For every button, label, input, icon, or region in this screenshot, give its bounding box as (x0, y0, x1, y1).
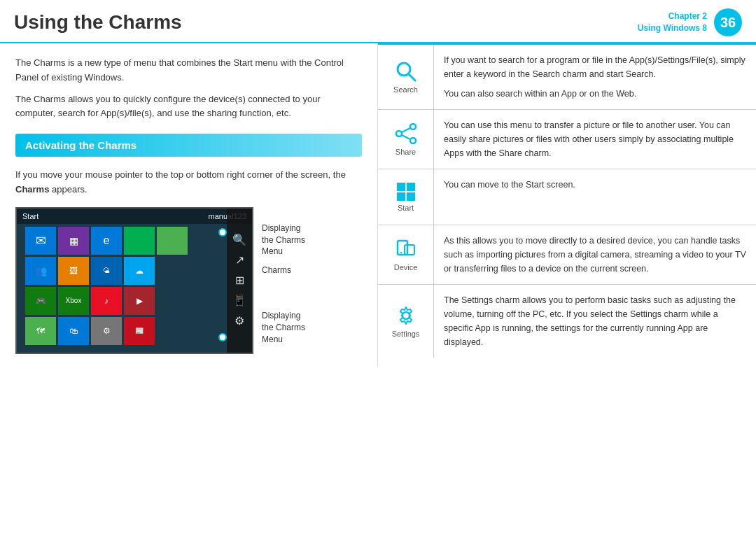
charm-settings-overlay: ⚙ (234, 314, 244, 327)
chapter-sublabel: Using Windows 8 (638, 22, 707, 34)
win8-mockup: Start manual123 ✉ ▦ e 👥 🖼 🌤 (15, 207, 362, 354)
svg-point-4 (410, 138, 416, 143)
chapter-label: Chapter 2 (638, 10, 707, 22)
tile-video: ▶ (124, 287, 155, 315)
activating-paragraph: If you move your mouse pointer to the to… (15, 168, 362, 197)
charm-start-label: Start (398, 204, 414, 212)
charm-device-label: Device (394, 263, 418, 271)
svg-line-6 (402, 135, 410, 139)
share-icon (395, 122, 417, 145)
left-column: The Charms is a new type of menu that co… (0, 43, 378, 367)
charm-search-desc2: You can also search within an App or on … (444, 87, 746, 101)
tiles-row-1: ✉ ▦ e (21, 227, 248, 255)
tile-green (124, 227, 155, 255)
search-icon (395, 60, 417, 83)
settings-icon (395, 304, 417, 327)
tile-map: 🗺 (25, 317, 56, 345)
callout-label-charms: Charms (262, 265, 305, 276)
main-content: The Charms is a new type of menu that co… (0, 43, 756, 367)
charm-settings-label: Settings (392, 330, 420, 338)
charms-sidebar-overlay: 🔍 ↗ ⊞ 📱 ⚙ (227, 209, 252, 353)
callout-labels: Displaying the Charms Menu Charms Displa… (262, 207, 305, 354)
charm-start-desc1: You can move to the Start screen. (444, 178, 746, 192)
svg-rect-8 (405, 245, 414, 255)
tile-ie: e (91, 227, 122, 255)
charm-row-share: Share You can use this menu to transfer … (378, 110, 756, 169)
charm-row-search: Search If you want to search for a progr… (378, 45, 756, 110)
page-header: Using the Charms Chapter 2 Using Windows… (0, 0, 756, 43)
page-number: 36 (714, 8, 742, 36)
right-column: Search If you want to search for a progr… (378, 43, 756, 367)
charm-share-overlay: ↗ (235, 253, 244, 267)
tile-calendar: ▦ (58, 227, 89, 255)
charm-search-overlay: 🔍 (232, 233, 246, 246)
charm-share-desc: You can use this menu to transfer a pict… (434, 110, 756, 169)
tiles-row-4: 🗺 🛍 ⚙ 📰 (21, 317, 248, 345)
activating-text-before: If you move your mouse pointer to the to… (15, 169, 346, 180)
charm-settings-desc: The Settings charm allows you to perform… (434, 285, 756, 358)
charm-row-start: Start You can move to the Start screen. (378, 169, 756, 225)
callout-label-bottom: Displaying the Charms Menu (262, 310, 305, 345)
chapter-badge: Chapter 2 Using Windows 8 36 (638, 8, 742, 36)
win8-tiles-area: ✉ ▦ e 👥 🖼 🌤 ☁ 🎮 Xbox (17, 224, 252, 350)
tile-sky: 🌤 (91, 257, 122, 285)
tile-mail: ✉ (25, 227, 56, 255)
svg-line-1 (409, 74, 415, 80)
svg-point-2 (410, 124, 416, 129)
charm-row-device: Device As this allows you to move direct… (378, 225, 756, 285)
charm-icon-cell-settings: Settings (378, 285, 434, 358)
charm-icon-cell-start: Start (378, 169, 434, 225)
tile-people: 👥 (25, 257, 56, 285)
intro-paragraph-1: The Charms is a new type of menu that co… (15, 56, 362, 85)
charm-icon-cell-search: Search (378, 45, 434, 109)
charm-share-label: Share (396, 148, 416, 156)
charm-device-desc: As this allows you to move directly to a… (434, 225, 756, 284)
callout-label-top: Displaying the Charms Menu (262, 223, 305, 258)
activating-text-after: appears. (49, 184, 87, 195)
section-header-activating: Activating the Charms (15, 134, 362, 157)
tiles-row-2: 👥 🖼 🌤 ☁ (21, 257, 248, 285)
tile-news: 📰 (124, 317, 155, 345)
activating-bold: Charms (15, 184, 49, 195)
tiles-row-3: 🎮 Xbox ♪ ▶ (21, 287, 248, 315)
charm-search-label: Search (393, 85, 418, 94)
win8-taskbar: Start manual123 (17, 209, 252, 224)
charm-row-settings: Settings The Settings charm allows you t… (378, 285, 756, 358)
charm-share-desc1: You can use this menu to transfer a pict… (444, 118, 746, 160)
tile-cloud: ☁ (124, 257, 155, 285)
charm-start-overlay: ⊞ (235, 274, 244, 287)
tile-game: 🎮 (25, 287, 56, 315)
charm-device-overlay: 📱 (232, 294, 246, 307)
tile-photos: 🖼 (58, 257, 89, 285)
callout-dot-bottom (218, 333, 227, 341)
win8-start-label: Start (22, 212, 38, 220)
device-icon (395, 238, 417, 260)
charm-search-desc1: If you want to search for a program or f… (444, 53, 746, 81)
charm-settings-desc1: The Settings charm allows you to perform… (444, 293, 746, 349)
tile-green2 (157, 227, 188, 255)
svg-line-5 (402, 128, 410, 132)
tile-music: ♪ (91, 287, 122, 315)
charm-device-desc1: As this allows you to move directly to a… (444, 234, 746, 276)
callout-dot-top (218, 228, 227, 237)
svg-point-3 (396, 131, 402, 136)
page-title: Using the Charms (14, 11, 182, 34)
svg-point-10 (402, 312, 410, 319)
chapter-info: Chapter 2 Using Windows 8 (638, 10, 707, 34)
start-icon (397, 183, 415, 201)
intro-paragraph-2: The Charms allows you to quickly configu… (15, 92, 362, 122)
charm-start-desc: You can move to the Start screen. (434, 169, 756, 225)
svg-rect-7 (398, 241, 407, 255)
charm-icon-cell-device: Device (378, 225, 434, 284)
tile-settings2: ⚙ (91, 317, 122, 345)
charm-icon-cell-share: Share (378, 110, 434, 169)
win8-screen: Start manual123 ✉ ▦ e 👥 🖼 🌤 (15, 207, 253, 354)
tile-xbox: Xbox (58, 287, 89, 315)
tile-store: 🛍 (58, 317, 89, 345)
charm-search-desc: If you want to search for a program or f… (434, 45, 756, 109)
